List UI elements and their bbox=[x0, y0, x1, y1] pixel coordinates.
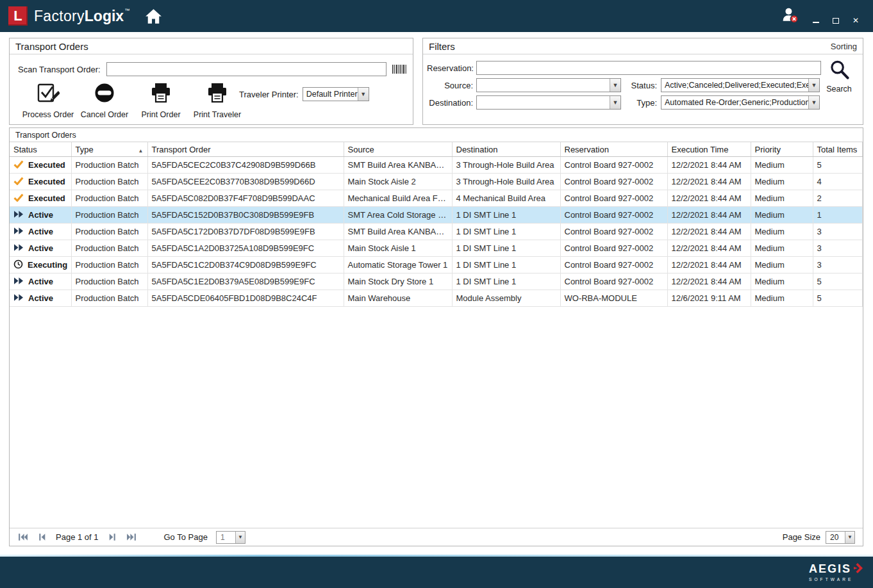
table-row[interactable]: ActiveProduction Batch5A5FDA5CDE06405FBD… bbox=[10, 290, 863, 307]
cell-total-items: 1 bbox=[813, 207, 863, 224]
print-traveler-button[interactable]: Print Traveler bbox=[189, 81, 245, 119]
goto-page-label: Go To Page bbox=[164, 532, 208, 542]
cell-destination: Module Assembly bbox=[452, 290, 560, 307]
cell-type: Production Batch bbox=[71, 290, 147, 307]
destination-row: Destination: ▼ Type: Automated Re-Order;… bbox=[427, 95, 820, 110]
cell-destination: 1 DI SMT Line 1 bbox=[452, 224, 560, 240]
column-header-total-items[interactable]: Total Items bbox=[813, 142, 863, 157]
cancel-order-icon bbox=[93, 81, 116, 107]
goto-page-input[interactable]: 1 ▼ bbox=[216, 531, 245, 544]
type-label: Type: bbox=[626, 98, 657, 108]
previous-page-button[interactable] bbox=[37, 532, 47, 543]
type-select[interactable]: Automated Re-Order;Generic;Production...… bbox=[661, 95, 820, 110]
traveler-printer-row: Traveler Printer: Default Printer ▼ bbox=[239, 87, 369, 101]
cell-priority: Medium bbox=[751, 257, 813, 274]
scan-transport-order-input[interactable] bbox=[106, 62, 387, 76]
cell-total-items: 2 bbox=[813, 190, 863, 207]
brand-logix: Logix bbox=[85, 8, 124, 24]
aegis-brand-text: AEGIS bbox=[809, 562, 851, 576]
print-order-button[interactable]: Print Order bbox=[133, 81, 189, 119]
column-header-priority[interactable]: Priority bbox=[751, 142, 813, 157]
search-label: Search bbox=[826, 85, 852, 94]
cell-transport-order: 5A5FDA5CEC2C0B37C42908D9B599D66B bbox=[147, 157, 344, 174]
column-header-destination[interactable]: Destination bbox=[452, 142, 560, 157]
column-header-transport-order[interactable]: Transport Order bbox=[147, 142, 344, 157]
cell-total-items: 3 bbox=[813, 257, 863, 274]
maximize-button[interactable] bbox=[831, 16, 840, 25]
process-order-label: Process Order bbox=[22, 110, 74, 119]
minimize-button[interactable] bbox=[811, 16, 820, 25]
table-row[interactable]: ExecutingProduction Batch5A5FDA5C1C2D0B3… bbox=[10, 257, 863, 274]
cell-source: SMT Area Cold Storage Refri... bbox=[344, 207, 452, 224]
column-header-source[interactable]: Source bbox=[344, 142, 452, 157]
column-header-reservation[interactable]: Reservation bbox=[560, 142, 667, 157]
table-row[interactable]: ExecutedProduction Batch5A5FDA5CEE2C0B37… bbox=[10, 174, 863, 190]
cell-priority: Medium bbox=[751, 157, 813, 174]
cell-priority: Medium bbox=[751, 240, 813, 257]
cell-status: Executed bbox=[10, 174, 71, 190]
column-header-type[interactable]: ▲Type bbox=[71, 142, 147, 157]
cell-type: Production Batch bbox=[71, 207, 147, 224]
source-select[interactable]: ▼ bbox=[476, 78, 621, 92]
source-value bbox=[477, 79, 610, 92]
executed-check-icon bbox=[13, 177, 24, 187]
status-label: Executed bbox=[28, 177, 65, 186]
sorting-link[interactable]: Sorting bbox=[831, 42, 857, 51]
aegis-arrow-icon bbox=[852, 563, 863, 576]
cell-reservation: Control Board 927-0002 bbox=[560, 207, 667, 224]
cell-type: Production Batch bbox=[71, 190, 147, 207]
column-header-execution-time[interactable]: Execution Time bbox=[667, 142, 751, 157]
chevron-down-icon: ▼ bbox=[358, 88, 369, 101]
scan-transport-order-label: Scan Transport Order: bbox=[18, 65, 101, 74]
user-logout-icon[interactable] bbox=[781, 6, 799, 26]
table-row[interactable]: ExecutedProduction Batch5A5FDA5C082D0B37… bbox=[10, 190, 863, 207]
cell-destination: 3 Through-Hole Build Area bbox=[452, 174, 560, 190]
page-size-section: Page Size 20 ▼ bbox=[783, 531, 855, 544]
active-arrows-icon bbox=[13, 227, 24, 237]
search-button[interactable]: Search bbox=[820, 59, 858, 94]
cancel-order-button[interactable]: Cancel Order bbox=[76, 81, 133, 119]
close-button[interactable]: ✕ bbox=[851, 16, 860, 25]
window-controls: ✕ bbox=[811, 16, 860, 25]
cell-transport-order: 5A5FDA5CEE2C0B3770B308D9B599D66D bbox=[147, 174, 344, 190]
table-row[interactable]: ExecutedProduction Batch5A5FDA5CEC2C0B37… bbox=[10, 157, 863, 174]
traveler-printer-select[interactable]: Default Printer ▼ bbox=[303, 87, 369, 101]
next-page-button[interactable] bbox=[107, 532, 118, 543]
table-row[interactable]: ActiveProduction Batch5A5FDA5C152D0B37B0… bbox=[10, 207, 863, 224]
chevron-down-icon: ▼ bbox=[610, 79, 620, 92]
process-order-button[interactable]: Process Order bbox=[20, 81, 76, 119]
transport-orders-grid-group: Transport Orders Status ▲Type Transport … bbox=[9, 127, 863, 546]
cell-priority: Medium bbox=[751, 290, 813, 307]
column-header-status[interactable]: Status bbox=[10, 142, 71, 157]
cell-destination: 1 DI SMT Line 1 bbox=[452, 240, 560, 257]
status-label: Executed bbox=[28, 160, 65, 170]
reservation-input[interactable] bbox=[476, 61, 821, 75]
destination-label: Destination: bbox=[427, 98, 473, 108]
print-traveler-label: Print Traveler bbox=[194, 110, 241, 119]
cell-reservation: Control Board 927-0002 bbox=[560, 240, 667, 257]
executed-check-icon bbox=[13, 160, 24, 170]
status-value: Active;Canceled;Delivered;Executed;Exec.… bbox=[661, 79, 808, 92]
cell-status: Executed bbox=[10, 190, 71, 207]
table-row[interactable]: ActiveProduction Batch5A5FDA5C1A2D0B3725… bbox=[10, 240, 863, 257]
chevron-down-icon: ▼ bbox=[235, 532, 245, 543]
cell-source: SMT Build Area KANBAN 1 bbox=[344, 157, 452, 174]
cell-total-items: 4 bbox=[813, 174, 863, 190]
aegis-logo: AEGIS SOFTWARE bbox=[809, 562, 863, 582]
status-select[interactable]: Active;Canceled;Delivered;Executed;Exec.… bbox=[661, 78, 820, 92]
cell-execution-time: 12/2/2021 8:44 AM bbox=[667, 190, 751, 207]
page-size-select[interactable]: 20 ▼ bbox=[826, 531, 855, 544]
executing-clock-icon bbox=[13, 259, 23, 271]
table-header-row: Status ▲Type Transport Order Source Dest… bbox=[10, 142, 863, 157]
first-page-button[interactable] bbox=[17, 532, 28, 543]
table-row[interactable]: ActiveProduction Batch5A5FDA5C172D0B37D7… bbox=[10, 224, 863, 240]
table-row[interactable]: ActiveProduction Batch5A5FDA5C1E2D0B379A… bbox=[10, 274, 863, 290]
home-icon[interactable] bbox=[145, 8, 162, 24]
cell-status: Active bbox=[10, 290, 71, 307]
cell-execution-time: 12/2/2021 8:44 AM bbox=[667, 207, 751, 224]
destination-select[interactable]: ▼ bbox=[476, 95, 621, 110]
last-page-button[interactable] bbox=[126, 532, 137, 543]
minimize-icon bbox=[813, 22, 819, 23]
cell-status: Active bbox=[10, 240, 71, 257]
search-icon bbox=[829, 59, 850, 83]
